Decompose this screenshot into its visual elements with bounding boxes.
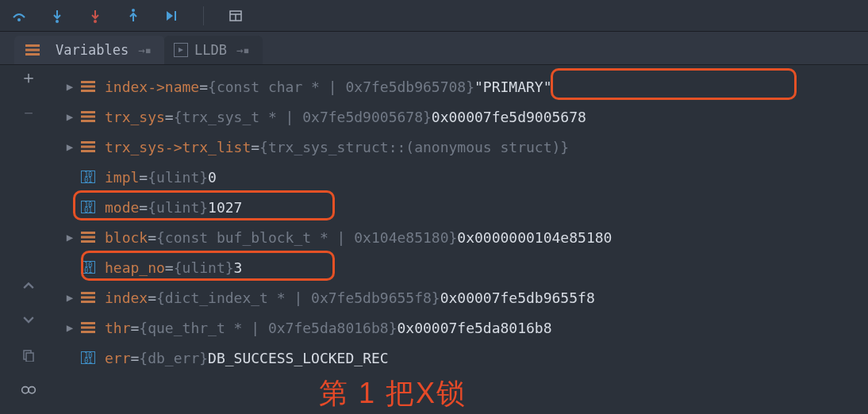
svg-rect-24: [81, 232, 95, 234]
annotation-caption: 第 1 把X锁: [319, 374, 467, 413]
variables-panel: ▶index->name = {const char * | 0x7fe5db9…: [57, 65, 868, 414]
svg-rect-9: [25, 49, 40, 52]
struct-icon: [79, 291, 97, 304]
svg-rect-27: [81, 292, 95, 294]
variable-value: 0x0000000104e85180: [457, 229, 612, 246]
variable-type: {ulint}: [174, 259, 234, 276]
variable-name: impl: [105, 169, 139, 186]
step-into-icon[interactable]: [49, 8, 65, 24]
variable-row[interactable]: ▶index->name = {const char * | 0x7fe5db9…: [57, 71, 868, 102]
variable-value: 0x00007fe5d9005678: [432, 109, 586, 125]
variable-value: 0x00007fe5db9655f8: [440, 289, 595, 306]
variable-name: trx_sys->trx_list: [105, 139, 251, 155]
svg-rect-4: [175, 11, 176, 21]
primitive-icon: 1001: [79, 261, 97, 274]
equals-sign: =: [199, 79, 208, 95]
expand-arrow-icon[interactable]: ▶: [60, 80, 79, 93]
variable-name: index: [105, 289, 148, 306]
svg-rect-23: [81, 150, 95, 152]
scroll-up-icon[interactable]: [21, 278, 36, 293]
variable-row[interactable]: ▶thr = {que_thr_t * | 0x7fe5da8016b8} 0x…: [57, 312, 868, 343]
expand-arrow-icon[interactable]: ▶: [60, 110, 79, 123]
copy-icon[interactable]: [21, 347, 36, 363]
debug-tabs: Variables →▪ LLDB →▪: [0, 32, 868, 65]
struct-icon: [79, 80, 97, 93]
run-to-cursor-icon[interactable]: [163, 8, 179, 24]
variable-row[interactable]: 1001mode = {ulint} 1027: [57, 192, 868, 222]
equals-sign: =: [139, 169, 148, 186]
svg-rect-32: [81, 331, 95, 333]
equals-sign: =: [251, 139, 259, 155]
debugger-toolbar: [0, 0, 868, 32]
step-out-icon[interactable]: [125, 8, 141, 24]
variable-type: {dict_index_t * | 0x7fe5db9655f8}: [156, 289, 440, 306]
watches-icon[interactable]: [21, 382, 36, 398]
step-over-icon[interactable]: [11, 8, 27, 24]
variable-value: 0: [208, 169, 217, 186]
variable-value: 1027: [208, 199, 242, 216]
svg-rect-8: [25, 44, 40, 47]
svg-point-2: [94, 20, 97, 23]
svg-rect-26: [81, 240, 95, 243]
svg-rect-19: [81, 116, 95, 118]
variable-row[interactable]: 1001heap_no = {ulint} 3: [57, 252, 868, 282]
variable-row[interactable]: ▶trx_sys->trx_list = {trx_sys_struct::(a…: [57, 132, 868, 162]
svg-rect-29: [81, 301, 95, 303]
variable-type: {const buf_block_t * | 0x104e85180}: [156, 229, 457, 246]
svg-rect-20: [81, 120, 95, 122]
svg-rect-30: [81, 322, 95, 324]
equals-sign: =: [148, 229, 156, 246]
variable-name: thr: [105, 320, 131, 336]
expand-arrow-icon[interactable]: ▶: [60, 140, 79, 153]
expand-arrow-icon[interactable]: ▶: [60, 231, 79, 243]
lldb-icon: [174, 43, 188, 57]
svg-rect-31: [81, 327, 95, 329]
variable-type: {const char * | 0x7fe5db965708}: [208, 79, 474, 95]
svg-point-1: [56, 20, 59, 23]
svg-point-3: [132, 9, 135, 12]
equals-sign: =: [131, 320, 140, 336]
primitive-icon: 1001: [79, 201, 97, 213]
variable-type: {db_err}: [139, 350, 208, 366]
variable-row[interactable]: ▶index = {dict_index_t * | 0x7fe5db9655f…: [57, 282, 868, 312]
variable-type: {trx_sys_t * | 0x7fe5d9005678}: [174, 109, 432, 125]
scroll-down-icon[interactable]: [21, 312, 36, 328]
equals-sign: =: [165, 259, 174, 276]
variable-name: trx_sys: [105, 109, 165, 125]
equals-sign: =: [139, 199, 148, 216]
variable-type: {ulint}: [148, 169, 208, 186]
evaluate-expression-icon[interactable]: [228, 8, 244, 24]
svg-rect-18: [81, 111, 95, 113]
primitive-icon: 1001: [79, 351, 97, 364]
variable-row[interactable]: ▶trx_sys = {trx_sys_t * | 0x7fe5d9005678…: [57, 102, 868, 132]
struct-icon: [79, 110, 97, 123]
primitive-icon: 1001: [79, 171, 97, 183]
tab-lldb-label: LLDB: [194, 42, 227, 58]
pin-icon: →▪: [236, 44, 250, 56]
variable-value: "PRIMARY": [474, 79, 552, 95]
svg-rect-15: [81, 81, 95, 83]
variable-row[interactable]: ▶block = {const buf_block_t * | 0x104e85…: [57, 222, 868, 252]
tool-gutter: ＋ －: [0, 65, 57, 414]
tab-variables-label: Variables: [56, 42, 129, 58]
svg-rect-12: [26, 353, 33, 362]
expand-arrow-icon[interactable]: ▶: [60, 291, 79, 304]
struct-icon: [79, 140, 97, 153]
variable-value: DB_SUCCESS_LOCKED_REC: [208, 350, 389, 366]
add-watch-icon[interactable]: ＋: [21, 70, 36, 86]
expand-arrow-icon[interactable]: ▶: [60, 321, 79, 334]
struct-icon: [24, 44, 41, 56]
variable-row[interactable]: 1001impl = {ulint} 0: [57, 162, 868, 192]
variable-type: {trx_sys_struct::(anonymous struct)}: [259, 139, 569, 155]
svg-rect-28: [81, 297, 95, 299]
variable-name: mode: [105, 199, 139, 216]
remove-watch-icon[interactable]: －: [21, 105, 36, 121]
tab-variables[interactable]: Variables →▪: [14, 36, 164, 64]
tab-lldb[interactable]: LLDB →▪: [164, 36, 263, 64]
svg-point-14: [29, 387, 35, 393]
svg-rect-10: [25, 53, 40, 56]
svg-point-13: [22, 387, 29, 393]
force-step-into-icon[interactable]: [87, 8, 103, 24]
variable-value: 0x00007fe5da8016b8: [397, 320, 551, 336]
variable-row[interactable]: 1001err = {db_err} DB_SUCCESS_LOCKED_REC: [57, 343, 868, 373]
